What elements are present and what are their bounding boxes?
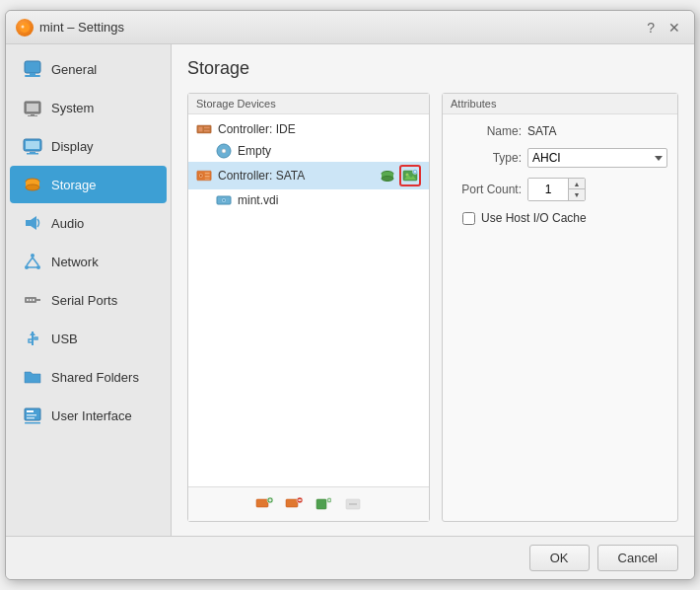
svg-rect-40: [204, 127, 210, 129]
cache-row: Use Host I/O Cache: [453, 211, 667, 225]
sidebar-label-storage: Storage: [51, 178, 97, 192]
svg-rect-66: [286, 499, 298, 507]
storage-toolbar: [188, 486, 429, 521]
sidebar-item-shared-folders[interactable]: Shared Folders: [10, 358, 167, 396]
svg-point-43: [222, 149, 226, 153]
port-count-input[interactable]: [528, 179, 568, 200]
sidebar-item-user-interface[interactable]: User Interface: [10, 397, 167, 434]
name-value: SATA: [527, 124, 667, 138]
add-disk-button[interactable]: [311, 493, 336, 515]
controller-ide-icon: [196, 121, 212, 137]
type-label: Type:: [453, 151, 522, 165]
svg-rect-41: [204, 130, 210, 132]
ok-button[interactable]: OK: [529, 545, 590, 571]
name-row: Name: SATA: [453, 124, 667, 138]
sidebar-item-serial-ports[interactable]: Serial Ports: [10, 281, 167, 319]
svg-point-61: [223, 199, 225, 201]
sidebar-item-display[interactable]: Display: [10, 127, 167, 165]
controller-ide-row[interactable]: Controller: IDE: [188, 118, 429, 140]
svg-point-15: [26, 184, 39, 190]
svg-rect-12: [27, 153, 38, 155]
mint-vdi-item[interactable]: mint.vdi: [188, 189, 429, 211]
add-harddisk-icon: [378, 166, 397, 185]
remove-controller-button[interactable]: [281, 493, 307, 515]
svg-rect-34: [27, 410, 34, 412]
spin-down-button[interactable]: ▼: [569, 189, 585, 200]
usb-icon: [22, 328, 43, 349]
svg-line-21: [27, 258, 33, 265]
svg-rect-36: [27, 417, 35, 419]
svg-rect-3: [25, 75, 40, 77]
attributes-label: Attributes: [443, 94, 677, 114]
svg-line-22: [33, 258, 38, 265]
svg-rect-8: [28, 115, 37, 116]
remove-disk-button[interactable]: [340, 493, 366, 515]
name-label: Name:: [453, 124, 522, 138]
app-icon: [16, 19, 34, 37]
panel-body: Storage Devices: [187, 93, 678, 522]
svg-rect-2: [25, 61, 40, 73]
storage-devices-panel: Storage Devices: [187, 93, 430, 522]
attributes-panel: Attributes Name: SATA Type: AHCI: [442, 93, 678, 522]
audio-icon: [22, 212, 43, 234]
svg-rect-39: [198, 127, 202, 132]
svg-point-1: [22, 25, 25, 28]
svg-rect-10: [26, 141, 39, 149]
close-button[interactable]: ✕: [665, 20, 684, 36]
add-controller-button[interactable]: [251, 493, 277, 515]
sidebar-item-system[interactable]: System: [10, 89, 167, 126]
port-count-row: Port Count: ▲ ▼: [453, 178, 667, 201]
general-icon: [22, 58, 43, 80]
svg-point-26: [27, 299, 29, 301]
svg-point-52: [382, 177, 393, 182]
display-icon: [22, 135, 43, 157]
sidebar: General System: [6, 44, 172, 536]
svg-marker-30: [30, 332, 35, 335]
sidebar-item-audio[interactable]: Audio: [10, 204, 167, 242]
main-panel: Storage Storage Devices: [172, 44, 694, 536]
controller-sata-row[interactable]: Controller: SATA: [188, 162, 429, 189]
sidebar-item-general[interactable]: General: [10, 50, 167, 88]
sidebar-item-storage[interactable]: Storage: [10, 166, 167, 203]
window-controls: ? ✕: [643, 20, 684, 36]
sidebar-item-usb[interactable]: USB: [10, 320, 167, 357]
type-select[interactable]: AHCI: [527, 148, 667, 168]
empty-disc-item[interactable]: Empty: [188, 140, 429, 162]
spin-up-button[interactable]: ▲: [569, 179, 585, 189]
storage-icon: [22, 174, 43, 195]
spinbox-arrows: ▲ ▼: [568, 179, 585, 200]
cancel-button[interactable]: Cancel: [597, 545, 678, 571]
empty-label: Empty: [238, 144, 271, 158]
svg-marker-17: [31, 216, 36, 230]
attributes-body: Name: SATA Type: AHCI Port Count:: [443, 114, 677, 235]
titlebar: mint – Settings ? ✕: [6, 11, 694, 44]
add-image-button[interactable]: [399, 165, 421, 186]
svg-rect-7: [31, 114, 35, 115]
type-row: Type: AHCI: [453, 148, 667, 168]
svg-point-46: [200, 175, 202, 177]
content-area: General System: [6, 44, 694, 536]
svg-point-27: [30, 299, 32, 301]
cache-checkbox[interactable]: [462, 212, 475, 225]
sidebar-label-shared-folders: Shared Folders: [51, 370, 139, 385]
sidebar-label-audio: Audio: [51, 216, 84, 231]
svg-rect-31: [29, 339, 33, 342]
sidebar-label-usb: USB: [51, 332, 78, 346]
svg-rect-4: [30, 73, 35, 75]
user-interface-icon: [22, 405, 43, 426]
controller-sata-label: Controller: SATA: [218, 169, 372, 183]
window-title: mint – Settings: [39, 20, 643, 35]
sidebar-label-system: System: [51, 101, 94, 115]
svg-rect-32: [35, 337, 37, 339]
sidebar-item-network[interactable]: Network: [10, 243, 167, 280]
svg-rect-6: [27, 104, 38, 111]
cd-icon: [216, 143, 232, 159]
help-button[interactable]: ?: [643, 20, 659, 36]
tree-area: Controller: IDE Empty: [188, 114, 429, 486]
footer-buttons: OK Cancel: [6, 536, 694, 579]
svg-point-28: [33, 299, 35, 301]
svg-rect-69: [316, 499, 326, 509]
mint-vdi-label: mint.vdi: [238, 193, 278, 207]
svg-point-18: [31, 254, 35, 258]
svg-rect-47: [205, 173, 210, 175]
